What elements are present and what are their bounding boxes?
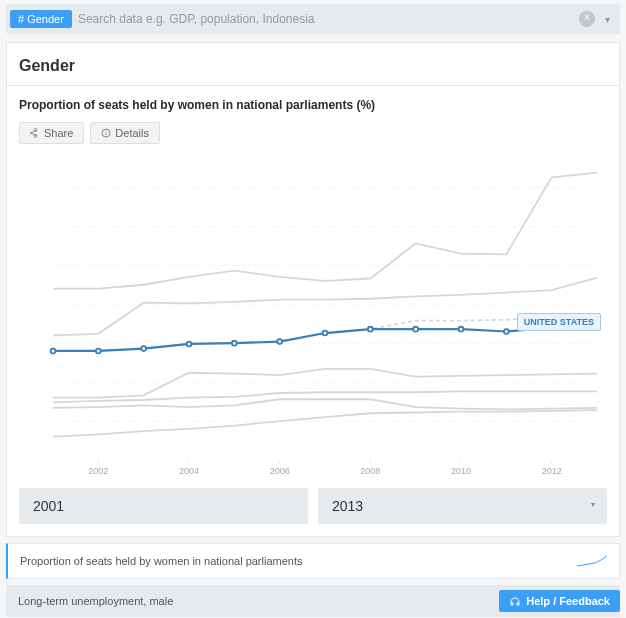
- svg-point-34: [232, 341, 237, 346]
- svg-point-40: [504, 329, 509, 334]
- svg-point-39: [459, 327, 464, 332]
- svg-point-36: [323, 331, 328, 336]
- share-icon: [30, 128, 40, 138]
- main-panel: Gender Proportion of seats held by women…: [6, 42, 620, 537]
- svg-text:2010: 2010: [451, 466, 471, 476]
- search-tag[interactable]: # Gender: [10, 10, 72, 28]
- chart-toolbar: Share Details: [7, 122, 619, 154]
- svg-text:2012: 2012: [542, 466, 562, 476]
- chart-title: Proportion of seats held by women in nat…: [7, 85, 619, 122]
- svg-text:2002: 2002: [88, 466, 108, 476]
- svg-point-37: [368, 327, 373, 332]
- info-icon: [101, 128, 111, 138]
- share-button[interactable]: Share: [19, 122, 84, 144]
- search-bar[interactable]: # Gender × ▾: [6, 4, 620, 34]
- svg-text:2004: 2004: [179, 466, 199, 476]
- highlight-label: UNITED STATES: [517, 313, 601, 331]
- feedback-label: Help / Feedback: [526, 595, 610, 607]
- clear-icon[interactable]: ×: [579, 11, 595, 27]
- chart-area: 5101520253035%200220042006200820102012 U…: [7, 154, 619, 486]
- related-label: Proportion of seats held by women in nat…: [20, 555, 303, 567]
- svg-point-2: [106, 130, 107, 131]
- svg-point-31: [96, 349, 101, 354]
- svg-text:2008: 2008: [360, 466, 380, 476]
- related-item-active[interactable]: Proportion of seats held by women in nat…: [6, 543, 620, 579]
- svg-point-30: [51, 349, 56, 354]
- feedback-button[interactable]: Help / Feedback: [499, 590, 620, 612]
- year-end-value: 2013: [332, 498, 363, 514]
- svg-point-38: [413, 327, 418, 332]
- sparkline-icon: [577, 554, 607, 568]
- svg-point-35: [277, 339, 282, 344]
- svg-text:2006: 2006: [270, 466, 290, 476]
- year-start-select[interactable]: 2001: [19, 488, 308, 524]
- chevron-down-icon[interactable]: ▾: [599, 14, 616, 25]
- related-label: Long-term unemployment, male: [18, 595, 173, 607]
- svg-point-33: [187, 342, 192, 347]
- details-label: Details: [115, 127, 149, 139]
- year-end-select[interactable]: 2013 ▾: [318, 488, 607, 524]
- page-title: Gender: [7, 43, 619, 85]
- headphones-icon: [509, 595, 521, 607]
- year-range: 2001 2013 ▾: [7, 486, 619, 536]
- search-input[interactable]: [78, 12, 575, 26]
- svg-point-32: [141, 346, 146, 351]
- share-label: Share: [44, 127, 73, 139]
- details-button[interactable]: Details: [90, 122, 160, 144]
- year-start-value: 2001: [33, 498, 64, 514]
- chevron-down-icon: ▾: [591, 500, 595, 509]
